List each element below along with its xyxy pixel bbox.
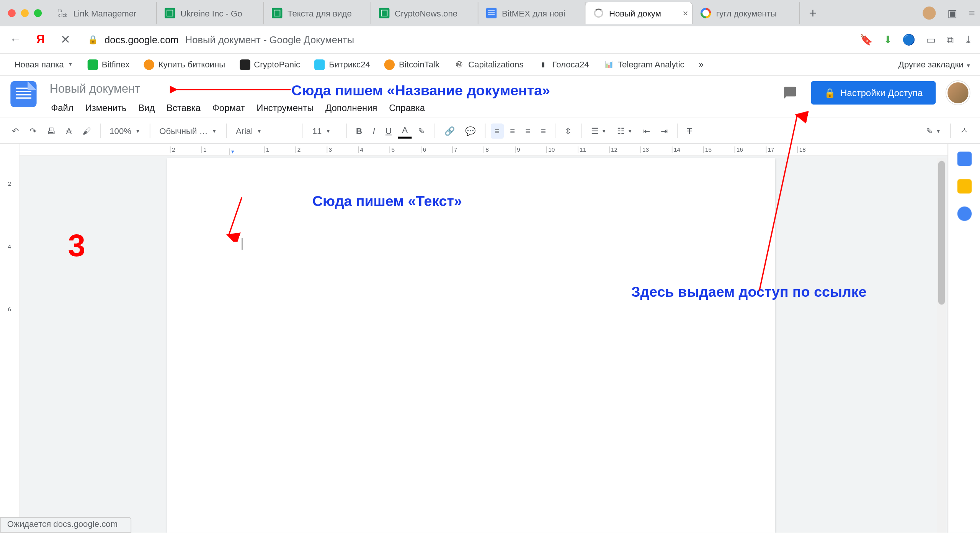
browser-tab[interactable]: гугл документы	[693, 2, 800, 24]
numbered-list-button[interactable]: ☰▼	[587, 123, 610, 138]
tab-label: Новый докум	[609, 8, 661, 18]
clear-formatting-button[interactable]: T	[683, 123, 696, 138]
maximize-window-icon[interactable]	[34, 9, 42, 17]
other-bookmarks[interactable]: Другие закладки ▼	[898, 59, 971, 69]
user-avatar[interactable]	[946, 81, 970, 105]
align-right-button[interactable]: ≡	[521, 123, 534, 138]
bulleted-list-button[interactable]: ☷▼	[613, 123, 637, 138]
font-select[interactable]: Arial▼	[232, 123, 297, 138]
url-title: Новый документ - Google Документы	[185, 34, 354, 45]
close-tab-icon[interactable]: ×	[683, 8, 688, 18]
analytics-icon: 📊	[603, 59, 614, 69]
highlight-button[interactable]: ✎	[414, 123, 429, 138]
align-center-button[interactable]: ≡	[506, 123, 519, 138]
spellcheck-button[interactable]: A	[62, 123, 75, 138]
bookmark-item[interactable]: ⓂCapitalizations	[449, 57, 529, 72]
bookmarks-overflow[interactable]: »	[694, 59, 709, 69]
menu-view[interactable]: Вид	[133, 100, 160, 116]
menu-insert[interactable]: Вставка	[161, 100, 206, 116]
bookmark-folder[interactable]: Новая папка▼	[9, 57, 78, 72]
minimize-window-icon[interactable]	[21, 9, 29, 17]
bookmark-item[interactable]: ▮Голоса24	[532, 57, 594, 72]
redo-button[interactable]: ↷	[26, 123, 41, 138]
bookmark-item[interactable]: Купить биткоины	[139, 57, 230, 72]
menu-file[interactable]: Файл	[46, 100, 78, 116]
golos-icon: ▮	[538, 59, 548, 69]
bookmark-filled-icon[interactable]: 🔵	[902, 33, 915, 46]
text-color-button[interactable]: A	[398, 123, 412, 139]
calendar-app-icon[interactable]	[957, 152, 972, 166]
browser-tab[interactable]: CryptoNews.one	[371, 2, 479, 24]
bookmark-icon[interactable]: 🔖	[860, 33, 873, 46]
insert-comment-button[interactable]: 💬	[461, 123, 480, 138]
increase-indent-button[interactable]: ⇥	[657, 123, 672, 138]
bitcointalk-icon	[384, 59, 395, 69]
docs-icon	[486, 8, 497, 18]
cryptopanic-icon	[240, 59, 250, 69]
decrease-indent-button[interactable]: ⇤	[639, 123, 654, 138]
stop-button[interactable]: ✕	[57, 32, 73, 47]
menu-edit[interactable]: Изменить	[80, 100, 132, 116]
print-button[interactable]: 🖶	[43, 123, 60, 138]
document-title-input[interactable]: Новый документ	[46, 81, 430, 98]
zoom-select[interactable]: 100%▼	[106, 123, 144, 138]
url-domain: docs.google.com	[105, 34, 179, 45]
align-left-button[interactable]: ≡	[491, 123, 503, 138]
shield-icon[interactable]: ▣	[947, 7, 957, 19]
bookmark-item[interactable]: Bitfinex	[82, 57, 135, 72]
download-page-icon[interactable]: ⤓	[964, 33, 972, 46]
underline-button[interactable]: U	[382, 123, 396, 138]
bookmark-item[interactable]: Битрикс24	[309, 57, 375, 72]
insert-link-button[interactable]: 🔗	[440, 123, 459, 138]
tasks-app-icon[interactable]	[957, 206, 972, 221]
google-docs-logo-icon[interactable]	[10, 81, 36, 107]
keep-app-icon[interactable]	[957, 179, 972, 194]
bold-button[interactable]: B	[352, 123, 366, 138]
profile-avatar-icon[interactable]	[923, 7, 936, 20]
style-select[interactable]: Обычный …▼	[155, 123, 221, 138]
address-bar[interactable]: 🔒 docs.google.com Новый документ - Googl…	[88, 34, 354, 45]
document-page[interactable]	[167, 158, 775, 533]
favicon-toclick: toclick	[57, 8, 68, 18]
line-spacing-button[interactable]: ⇳	[561, 123, 576, 138]
sheets-icon	[165, 8, 175, 18]
bookmark-item[interactable]: BitcoinTalk	[379, 57, 445, 72]
window-controls	[8, 9, 42, 17]
share-button[interactable]: 🔒Настройки Доступа	[811, 81, 936, 105]
download-icon[interactable]: ⬇	[884, 33, 892, 46]
bookmark-item[interactable]: 📊Telegram Analytic	[598, 57, 690, 72]
scrollbar-thumb[interactable]	[938, 161, 945, 305]
undo-button[interactable]: ↶	[8, 123, 23, 138]
menu-tools[interactable]: Инструменты	[252, 100, 319, 116]
bookmark-item[interactable]: CryptoPanic	[234, 57, 305, 72]
tab-label: CryptoNews.one	[395, 8, 457, 18]
menu-format[interactable]: Формат	[207, 100, 250, 116]
copy-icon[interactable]: ⧉	[946, 34, 954, 46]
browser-tab[interactable]: toclickLink Managemer	[50, 2, 157, 24]
docs-header: Новый документ Файл Изменить Вид Вставка…	[0, 76, 980, 118]
align-justify-button[interactable]: ≡	[537, 123, 550, 138]
formatting-toolbar: ↶ ↷ 🖶 A 🖌 100%▼ Обычный …▼ Arial▼ 11▼ B …	[0, 118, 980, 144]
hide-menus-button[interactable]: ㅅ	[956, 122, 972, 139]
menu-help[interactable]: Справка	[384, 100, 430, 116]
italic-button[interactable]: I	[369, 123, 379, 138]
font-size-select[interactable]: 11▼	[308, 123, 341, 138]
menu-icon[interactable]: ≡	[969, 7, 975, 19]
paint-format-button[interactable]: 🖌	[78, 123, 95, 138]
new-tab-button[interactable]: +	[804, 4, 822, 22]
vertical-scrollbar[interactable]	[937, 158, 946, 533]
coinmarketcap-icon: Ⓜ	[454, 59, 464, 69]
bitfinex-icon	[87, 59, 98, 69]
yandex-home-icon[interactable]: Я	[33, 33, 48, 46]
back-button[interactable]: ←	[8, 33, 23, 46]
browser-tab[interactable]: BitMEX для нові	[479, 2, 586, 24]
menu-addons[interactable]: Дополнения	[320, 100, 382, 116]
battery-icon[interactable]: ▭	[926, 33, 936, 46]
browser-tab[interactable]: Ukreine Inc - Go	[157, 2, 264, 24]
close-window-icon[interactable]	[8, 9, 15, 17]
tab-label: Link Managemer	[73, 8, 136, 18]
editing-mode-button[interactable]: ✎ ▼	[922, 123, 945, 138]
comments-button[interactable]	[780, 82, 801, 103]
browser-tab[interactable]: Текста для виде	[264, 2, 371, 24]
browser-tab-active[interactable]: Новый докум×	[585, 2, 693, 24]
